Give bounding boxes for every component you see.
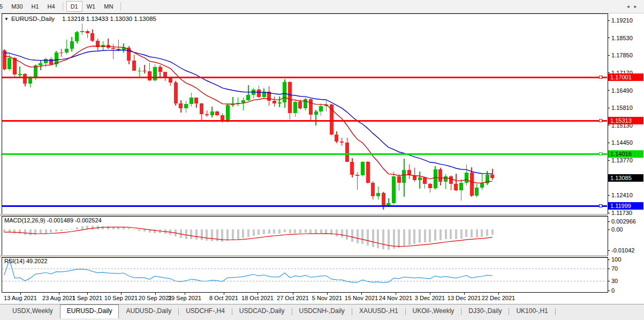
candle-up xyxy=(153,67,157,80)
candle-down xyxy=(132,61,136,71)
candle-down xyxy=(355,175,359,175)
chart-symbol-period: EURUSD-,Daily xyxy=(11,16,55,22)
rsi-tick-label: 100 xyxy=(611,256,621,263)
line-handle xyxy=(599,120,602,122)
macd-bar xyxy=(123,227,125,229)
chart-canvas[interactable]: 1.192101.185301.178501.171701.164901.158… xyxy=(0,0,644,304)
date-tick-label: 20 Sep 2021 xyxy=(139,295,172,301)
candle-up xyxy=(39,63,42,66)
price-tick-label: 1.13770 xyxy=(611,157,633,163)
candle-up xyxy=(44,59,48,63)
candle-down xyxy=(413,175,416,180)
chart-tab-usdchf-h4[interactable]: USDCHF-,H4 xyxy=(179,305,232,318)
candle-down xyxy=(142,71,146,71)
candle-down xyxy=(340,142,344,143)
macd-bar xyxy=(325,229,327,233)
candle-down xyxy=(382,193,385,206)
candle-down xyxy=(90,33,94,40)
macd-bar xyxy=(253,229,255,236)
chart-tab-audusd-daily[interactable]: AUDUSD-,Daily xyxy=(119,305,178,318)
candle-up xyxy=(278,102,282,103)
macd-label: MACD(12,26,9) -0.001489 -0.002524 xyxy=(4,217,102,224)
macd-bar xyxy=(24,229,26,235)
macd-bar xyxy=(257,229,260,235)
date-tick-label: 3 Dec 2021 xyxy=(415,295,445,301)
chart-tab-ukoil-weekly[interactable]: UKOil-,Weekly xyxy=(406,305,461,318)
candle-up xyxy=(226,105,230,121)
candle-down xyxy=(174,83,178,103)
date-tick-label: 1 Sep 2021 xyxy=(72,295,102,301)
candle-down xyxy=(366,162,370,183)
macd-bar xyxy=(486,229,488,236)
macd-tick-label: 0.00 xyxy=(611,226,623,233)
date-tick-label: 8 Oct 2021 xyxy=(209,295,238,301)
macd-bar xyxy=(320,229,322,233)
candle-up xyxy=(480,183,484,188)
macd-bar xyxy=(273,229,275,234)
macd-bar xyxy=(346,229,348,240)
candle-up xyxy=(241,100,245,102)
candle-up xyxy=(18,74,22,75)
candle-down xyxy=(200,103,203,114)
candle-up xyxy=(314,111,318,115)
panel-splitter[interactable] xyxy=(0,214,608,216)
candle-down xyxy=(350,162,354,175)
date-tick-label: 29 Sep 2021 xyxy=(168,295,201,301)
macd-bar xyxy=(55,229,57,232)
macd-bar xyxy=(398,229,400,248)
macd-bar xyxy=(481,229,483,237)
tab-scroll-left-icon[interactable]: ◄ xyxy=(626,4,633,9)
candle-up xyxy=(304,99,307,108)
macd-bar xyxy=(471,229,473,237)
line-handle xyxy=(599,76,602,79)
price-tick-label: 1.17850 xyxy=(611,52,633,58)
candle-down xyxy=(449,176,453,184)
candle-up xyxy=(184,104,188,108)
rsi-tick-label: 0 xyxy=(611,287,615,294)
chart-ohlc-values: 1.13218 1.13433 1.13030 1.13085 xyxy=(62,16,156,22)
chart-tab-xauusd-h1[interactable]: XAUUSD-,H1 xyxy=(352,305,405,318)
candle-up xyxy=(392,176,396,203)
chart-tab-dj30-daily[interactable]: DJ30-,Daily xyxy=(461,305,509,318)
date-tick-label: 5 Nov 2021 xyxy=(312,295,342,301)
candle-down xyxy=(205,114,209,115)
price-tick-label: 1.14450 xyxy=(611,139,633,146)
chart-tab-uk100-h1[interactable]: UK100-,H1 xyxy=(509,305,555,318)
chart-tab-usdcad-daily[interactable]: USDCAD-,Daily xyxy=(232,305,292,318)
candle-down xyxy=(428,184,432,188)
chart-tab-usdx-weekly[interactable]: USDX,Weekly xyxy=(5,305,60,318)
tab-scroll-right-icon[interactable]: ► xyxy=(633,4,641,9)
macd-bar xyxy=(211,229,213,241)
rsi-label: RSI(14) 49.2022 xyxy=(4,258,48,264)
svg-text:1.17001: 1.17001 xyxy=(610,74,632,80)
macd-bar xyxy=(372,229,374,247)
chart-tab-eurusd-daily[interactable]: EURUSD-,Daily xyxy=(60,304,119,318)
candle-down xyxy=(309,99,313,115)
chart-tab-usdcnh-daily[interactable]: USDCNH-,Daily xyxy=(292,305,352,318)
candle-up xyxy=(361,162,365,175)
candle-up xyxy=(459,183,463,190)
macd-bar xyxy=(226,229,229,241)
macd-bar xyxy=(403,229,405,246)
symbol-dropdown-icon[interactable]: ▼ xyxy=(4,17,9,21)
svg-text:1.14016: 1.14016 xyxy=(610,151,632,157)
date-tick-label: 15 Nov 2021 xyxy=(345,295,378,301)
macd-bar xyxy=(128,228,130,229)
macd-bar xyxy=(268,229,270,234)
candle-up xyxy=(434,169,437,189)
candle-up xyxy=(283,82,286,102)
chart-tabbar: USDX,WeeklyEURUSD-,DailyAUDUSD-,DailyUSD… xyxy=(0,304,644,320)
macd-bar xyxy=(424,229,426,242)
macd-bar xyxy=(76,227,78,229)
macd-bar xyxy=(40,229,42,234)
candle-up xyxy=(138,71,141,71)
candle-down xyxy=(257,90,261,96)
candle-up xyxy=(246,95,250,101)
panel-splitter[interactable] xyxy=(0,255,608,257)
date-tick-label: 22 Dec 2021 xyxy=(482,295,515,301)
price-tick-label: 1.15810 xyxy=(611,105,633,111)
macd-bar xyxy=(3,229,5,232)
panel-frame-2 xyxy=(2,258,608,293)
candle-down xyxy=(215,111,219,115)
price-tick-label: 1.11730 xyxy=(611,210,632,216)
